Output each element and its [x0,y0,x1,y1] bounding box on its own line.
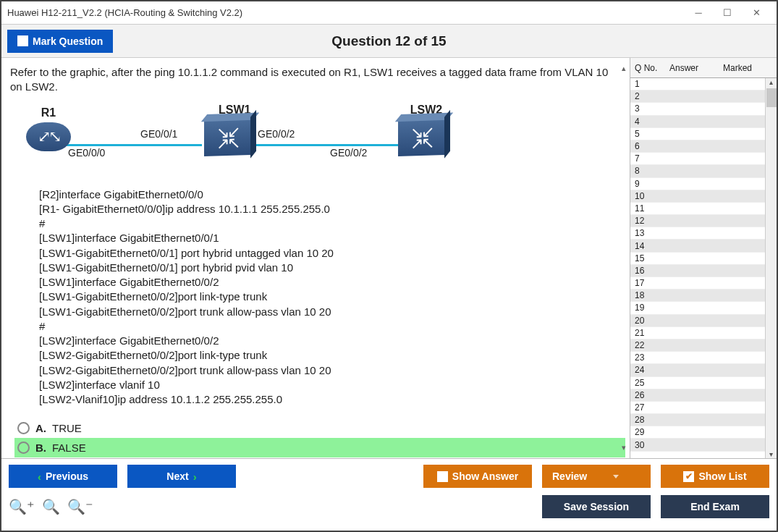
sidebar-row[interactable]: 19 [630,302,777,314]
sidebar-row[interactable]: 2 [630,90,777,103]
zoom-in-icon[interactable]: 🔍⁺ [9,498,35,515]
scroll-up-icon[interactable]: ▴ [769,78,773,86]
zoom-reset-icon[interactable]: 🔍 [42,498,60,515]
sidebar-row[interactable]: 5 [630,128,777,140]
row-qno: 8 [635,166,669,176]
close-button[interactable]: ✕ [742,3,771,23]
sidebar-row[interactable]: 27 [630,402,777,414]
sidebar-header: Q No. Answer Marked [630,58,777,78]
mark-question-button[interactable]: Mark Question [7,30,113,53]
scrollbar-thumb[interactable] [766,88,777,107]
review-dropdown[interactable]: Review [542,465,651,488]
sidebar-row[interactable]: 23 [630,352,777,364]
sidebar-row[interactable]: 10 [630,190,777,203]
row-qno: 10 [635,191,669,201]
row-qno: 28 [635,415,669,425]
content-scrollbar[interactable]: ▴ ▾ [618,64,630,452]
config-line: [LSW2-GigabitEthernet0/0/2]port trunk al… [39,363,625,378]
row-qno: 20 [635,316,669,326]
row-qno: 16 [635,266,669,276]
save-session-button[interactable]: Save Session [542,495,651,518]
sidebar-row[interactable]: 3 [630,103,777,115]
config-line: [LSW1-GigabitEthernet0/0/2]port trunk al… [39,305,625,319]
sidebar-row[interactable]: 21 [630,327,777,339]
scroll-down-icon[interactable]: ▾ [769,450,773,458]
minimize-button[interactable]: ─ [684,3,713,23]
sidebar-row[interactable]: 13 [630,227,777,240]
next-button[interactable]: Next › [127,465,236,488]
sidebar-row[interactable]: 15 [630,253,777,265]
end-exam-button[interactable]: End Exam [661,495,769,518]
sidebar-row[interactable]: 18 [630,290,777,302]
row-qno: 14 [635,241,669,251]
device-lsw1: LSW1 ↘↙↗↖ [204,104,250,156]
next-label: Next [166,470,188,482]
sidebar-row[interactable]: 24 [630,364,777,376]
row-qno: 11 [635,203,669,214]
sidebar-scrollbar[interactable]: ▴ ▾ [765,78,777,458]
config-block: [R2]interface GigabitEthernet0/0/0[R1- G… [10,187,625,408]
sidebar-row[interactable]: 29 [630,426,777,439]
port-ge000: GE0/0/0 [68,147,105,159]
sidebar-row[interactable]: 1 [630,78,777,90]
previous-button[interactable]: ‹ Previous [9,465,117,488]
sidebar-row[interactable]: 9 [630,178,777,190]
col-qno: Q No. [630,60,665,76]
show-list-button[interactable]: ✔ Show List [661,465,769,488]
checkbox-icon [437,471,448,482]
config-line: [LSW1-GigabitEthernet0/0/1] port hybrid … [39,261,625,275]
option-a[interactable]: A. TRUE [14,418,625,438]
show-answer-button[interactable]: Show Answer [423,465,532,488]
scroll-up-icon[interactable]: ▴ [622,64,626,73]
sidebar-row[interactable]: 28 [630,414,777,426]
question-text: Refer to the graphic, after the ping 10.… [10,65,625,95]
option-b[interactable]: B. FALSE [14,438,625,457]
zoom-controls: 🔍⁺ 🔍 🔍⁻ [9,498,93,515]
sidebar-row[interactable]: 16 [630,265,777,277]
sidebar-row[interactable]: 11 [630,203,777,215]
sidebar-row[interactable]: 7 [630,153,777,165]
sidebar-row[interactable]: 22 [630,339,777,352]
sidebar-row[interactable]: 6 [630,140,777,153]
link-r1-lsw1 [61,144,202,146]
question-content: Refer to the graphic, after the ping 10.… [1,58,630,458]
sidebar-row[interactable]: 26 [630,389,777,402]
sidebar-row[interactable]: 25 [630,377,777,389]
config-line: [LSW1-GigabitEthernet0/0/1] port hybrid … [39,246,625,261]
window-title: Huawei H12-211_V2.2 (HCIA-Routing & Swit… [7,7,684,18]
router-icon: ⤢⤡ [26,122,71,151]
device-lsw2: LSW2 ↘↙↗↖ [398,104,444,156]
question-counter: Question 12 of 15 [1,33,777,49]
end-exam-label: End Exam [690,501,740,512]
sidebar-row[interactable]: 20 [630,315,777,327]
device-r1: R1 ⤢⤡ [26,106,71,151]
row-qno: 6 [635,141,669,151]
maximize-button[interactable]: ☐ [713,3,742,23]
row-qno: 26 [635,390,669,400]
sidebar-row[interactable]: 12 [630,215,777,227]
row-qno: 25 [635,378,669,388]
show-answer-label: Show Answer [452,470,518,482]
row-qno: 17 [635,278,669,288]
switch-icon: ↘↙↗↖ [398,118,444,156]
row-qno: 2 [635,91,669,101]
radio-icon [17,442,30,454]
sidebar-row[interactable]: 8 [630,165,777,177]
zoom-out-icon[interactable]: 🔍⁻ [67,498,93,515]
row-qno: 9 [635,179,669,189]
scroll-down-icon[interactable]: ▾ [622,443,626,452]
port-ge001: GE0/0/1 [140,128,177,140]
sidebar-row[interactable]: 4 [630,116,777,128]
answer-options: A. TRUE B. FALSE [10,418,625,457]
row-qno: 19 [635,303,669,313]
sidebar-row[interactable]: 14 [630,240,777,252]
r1-label: R1 [26,106,71,119]
app-window: Huawei H12-211_V2.2 (HCIA-Routing & Swit… [0,0,778,532]
row-qno: 7 [635,153,669,164]
config-line: [R1- GigabitEthernet0/0/0]ip address 10.… [39,202,625,216]
sidebar-row[interactable]: 30 [630,439,777,451]
port-ge002a: GE0/0/2 [258,128,295,140]
main-area: Refer to the graphic, after the ping 10.… [1,58,777,458]
sidebar-row[interactable]: 17 [630,277,777,290]
row-qno: 23 [635,352,669,363]
